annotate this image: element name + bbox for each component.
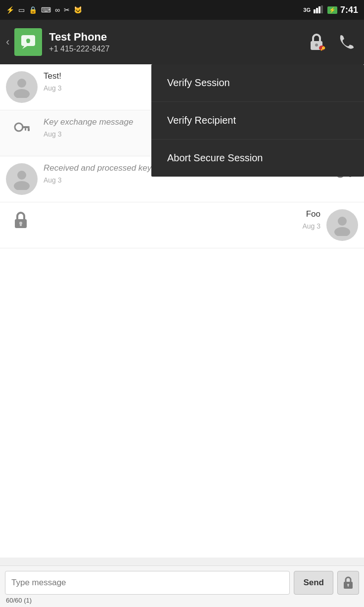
svg-marker-5 bbox=[22, 46, 27, 49]
message-input[interactable] bbox=[5, 571, 290, 595]
voicemail-icon: ∞ bbox=[55, 6, 60, 14]
send-lock-icon bbox=[341, 576, 355, 590]
lock-msg-left bbox=[6, 209, 36, 231]
svg-point-21 bbox=[14, 181, 30, 190]
avatar-outgoing-4 bbox=[326, 209, 358, 241]
char-count: 60/60 (1) bbox=[5, 597, 359, 604]
lock-button[interactable]: 🔑 bbox=[306, 31, 327, 53]
send-lock-button[interactable] bbox=[337, 571, 359, 595]
svg-point-9 bbox=[315, 44, 318, 47]
battery-icon: ⚡ bbox=[327, 6, 337, 14]
svg-rect-7 bbox=[27, 41, 30, 43]
svg-point-30 bbox=[334, 227, 350, 236]
status-icons-right: 3G ⚡ 7:41 bbox=[303, 5, 358, 15]
person-icon-3 bbox=[11, 168, 33, 190]
svg-rect-1 bbox=[316, 8, 318, 13]
lock-status-icon: 🔒 bbox=[29, 6, 37, 14]
svg-point-29 bbox=[338, 217, 347, 226]
svg-point-14 bbox=[15, 123, 23, 131]
svg-rect-33 bbox=[348, 585, 349, 587]
signal-icon bbox=[314, 5, 324, 15]
phone-call-button[interactable] bbox=[336, 31, 358, 53]
cat-icon: 🐱 bbox=[74, 6, 82, 14]
message-timestamp-3: Aug 3 bbox=[44, 176, 322, 184]
usb-icon: ⚡ bbox=[6, 6, 14, 14]
svg-rect-16 bbox=[28, 128, 30, 131]
svg-point-12 bbox=[17, 79, 26, 88]
svg-rect-0 bbox=[314, 9, 316, 13]
svg-text:🔑: 🔑 bbox=[320, 46, 325, 51]
message-row-4: Foo Aug 3 bbox=[0, 202, 364, 248]
svg-point-20 bbox=[17, 171, 26, 180]
contact-avatar-icon bbox=[20, 34, 36, 50]
lock-icon: 🔑 bbox=[307, 32, 326, 52]
abort-secure-session-item[interactable]: Abort Secure Session bbox=[151, 140, 364, 177]
contact-name: Test Phone bbox=[49, 31, 306, 44]
input-bar: Send 60/60 (1) bbox=[0, 565, 364, 607]
send-button[interactable]: Send bbox=[294, 571, 333, 595]
dropdown-menu: Verify Session Verify Recipient Abort Se… bbox=[151, 64, 364, 177]
message-timestamp-4: Aug 3 bbox=[302, 222, 320, 230]
action-bar: ‹ Test Phone +1 415-222-8427 🔑 bbox=[0, 20, 364, 64]
svg-point-13 bbox=[14, 89, 30, 98]
contact-avatar bbox=[14, 28, 42, 56]
svg-rect-17 bbox=[25, 128, 26, 131]
phone-icon bbox=[338, 33, 356, 51]
missed-call-icon: ✂ bbox=[64, 6, 70, 14]
svg-rect-3 bbox=[321, 5, 323, 13]
avatar-incoming-3 bbox=[6, 163, 38, 195]
svg-rect-15 bbox=[22, 126, 30, 128]
screen-icon: ▭ bbox=[18, 6, 25, 14]
input-row: Send bbox=[5, 571, 359, 595]
svg-rect-28 bbox=[20, 223, 22, 226]
verify-session-item[interactable]: Verify Session bbox=[151, 64, 364, 102]
person-icon-4 bbox=[331, 214, 353, 236]
contact-info: Test Phone +1 415-222-8427 bbox=[49, 31, 306, 53]
key-icon bbox=[11, 117, 33, 139]
keyboard-icon: ⌨ bbox=[41, 6, 51, 14]
back-button[interactable]: ‹ bbox=[6, 36, 9, 48]
svg-rect-2 bbox=[318, 6, 320, 13]
key-icon-left bbox=[6, 117, 38, 139]
avatar-incoming-1 bbox=[6, 71, 38, 103]
action-bar-icons: 🔑 bbox=[306, 31, 358, 53]
person-icon bbox=[11, 76, 33, 98]
message-content-4: Foo Aug 3 bbox=[36, 209, 326, 230]
lock-msg-icon bbox=[10, 209, 32, 231]
message-text-4: Foo bbox=[306, 209, 320, 219]
status-time: 7:41 bbox=[340, 5, 358, 15]
network-label: 3G bbox=[303, 7, 311, 13]
status-icons-left: ⚡ ▭ 🔒 ⌨ ∞ ✂ 🐱 bbox=[6, 6, 82, 14]
status-bar: ⚡ ▭ 🔒 ⌨ ∞ ✂ 🐱 3G ⚡ 7:41 bbox=[0, 0, 364, 20]
contact-phone: +1 415-222-8427 bbox=[49, 45, 306, 53]
verify-recipient-item[interactable]: Verify Recipient bbox=[151, 102, 364, 140]
